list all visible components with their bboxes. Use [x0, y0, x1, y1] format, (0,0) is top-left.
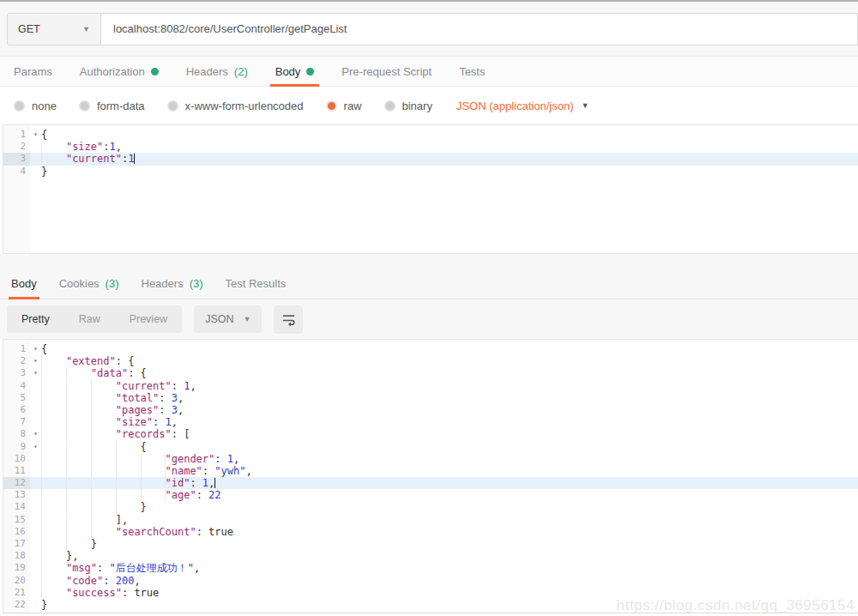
code-line[interactable]: 17 }	[3, 538, 858, 550]
code-text: }	[41, 599, 858, 611]
radio-selected-icon	[326, 100, 337, 112]
fold-slot	[30, 489, 41, 501]
http-method-dropdown[interactable]: GET ▼	[7, 13, 101, 45]
view-pretty[interactable]: Pretty	[7, 305, 64, 333]
fold-arrow-icon[interactable]: ▾	[30, 441, 41, 453]
response-body-editor[interactable]: 1▾{2▾ "extend": {3▾ "data": {4 "current"…	[3, 339, 858, 613]
fold-slot	[30, 477, 41, 489]
line-number: 11	[3, 465, 30, 477]
tab-pre-request-script[interactable]: Pre-request Script	[328, 57, 445, 86]
line-number: 5	[3, 392, 30, 404]
tab-body[interactable]: Body	[262, 57, 329, 86]
fold-slot	[30, 166, 41, 178]
code-line[interactable]: 3 "current":1	[3, 153, 858, 165]
tab-label: Cookies	[59, 277, 100, 290]
code-line[interactable]: 2 "size":1,	[3, 141, 858, 153]
line-number: 9	[3, 441, 30, 453]
code-text: {	[41, 441, 858, 453]
code-text: "data": {	[41, 367, 858, 379]
code-line[interactable]: 15 ],	[3, 514, 858, 526]
line-number: 3	[3, 367, 30, 379]
fold-slot	[30, 538, 41, 550]
code-line[interactable]: 11 "name": "ywh",	[3, 465, 858, 477]
fold-slot	[30, 141, 41, 153]
code-line[interactable]: 21 "success": true	[3, 587, 858, 599]
fold-arrow-icon[interactable]: ▾	[30, 367, 41, 379]
request-body-editor[interactable]: 1▾{2 "size":1,3 "current":14}	[3, 124, 858, 254]
tab-label: Headers	[186, 65, 228, 78]
code-line[interactable]: 14 }	[3, 501, 858, 513]
view-raw[interactable]: Raw	[64, 305, 115, 333]
code-line[interactable]: 13 "age": 22	[3, 489, 858, 501]
url-input[interactable]	[101, 13, 858, 45]
code-text: ],	[41, 514, 858, 526]
code-line[interactable]: 10 "gender": 1,	[3, 453, 858, 465]
green-dot-icon	[306, 68, 314, 75]
code-text: "searchCount": true	[41, 526, 858, 538]
code-line[interactable]: 9▾ {	[3, 441, 858, 453]
response-format-dropdown[interactable]: JSON ▼	[194, 305, 262, 333]
raw-format-dropdown[interactable]: JSON (application/json) ▼	[456, 100, 589, 112]
tab-label: Params	[14, 65, 52, 78]
code-text: "success": true	[41, 587, 858, 599]
code-line[interactable]: 1▾{	[3, 129, 858, 141]
tab-tests[interactable]: Tests	[445, 57, 498, 86]
view-preview[interactable]: Preview	[115, 305, 182, 333]
code-line[interactable]: 7 "size": 1,	[3, 416, 858, 428]
fold-arrow-icon[interactable]: ▾	[30, 355, 41, 367]
code-line[interactable]: 3▾ "data": {	[3, 367, 858, 379]
body-type-options: noneform-datax-www-form-urlencodedrawbin…	[14, 100, 432, 112]
code-text: }	[41, 166, 858, 178]
body-type-option-none[interactable]: none	[14, 100, 57, 112]
radio-icon	[384, 100, 396, 112]
response-tab-headers[interactable]: Headers(3)	[130, 269, 214, 299]
fold-arrow-icon[interactable]: ▾	[30, 428, 41, 440]
response-tab-cookies[interactable]: Cookies(3)	[48, 269, 130, 299]
line-number: 16	[3, 526, 30, 538]
code-text: "records": [	[41, 428, 858, 440]
body-type-option-x-www-form-urlencoded[interactable]: x-www-form-urlencoded	[167, 100, 304, 112]
response-section-gap	[0, 254, 858, 269]
body-type-row: noneform-datax-www-form-urlencodedrawbin…	[0, 87, 858, 124]
code-line[interactable]: 4}	[3, 166, 858, 178]
fold-arrow-icon[interactable]: ▾	[30, 343, 41, 355]
fold-slot	[30, 550, 41, 562]
code-line[interactable]: 2▾ "extend": {	[3, 355, 858, 367]
line-number: 13	[3, 489, 30, 501]
body-type-option-binary[interactable]: binary	[384, 100, 432, 112]
code-line[interactable]: 4 "current": 1,	[3, 380, 858, 392]
code-line[interactable]: 16 "searchCount": true	[3, 526, 858, 538]
response-tab-body[interactable]: Body	[0, 269, 48, 299]
code-line[interactable]: 12 "id": 1,	[3, 477, 858, 489]
response-tab-test-results[interactable]: Test Results	[214, 269, 298, 299]
code-line[interactable]: 18 },	[3, 550, 858, 562]
code-line[interactable]: 19 "msg": "后台处理成功！",	[3, 562, 858, 574]
radio-icon	[79, 100, 90, 112]
code-line[interactable]: 5 "total": 3,	[3, 392, 858, 404]
code-text: "pages": 3,	[41, 404, 858, 416]
response-format-label: JSON	[205, 313, 233, 325]
line-number: 22	[3, 599, 30, 611]
line-number: 10	[3, 453, 30, 465]
fold-slot	[30, 575, 41, 587]
body-type-option-raw[interactable]: raw	[326, 100, 362, 112]
line-number: 4	[3, 166, 30, 178]
tab-headers[interactable]: Headers(2)	[172, 57, 262, 86]
code-text: {	[41, 343, 858, 355]
wrap-text-button[interactable]	[274, 305, 303, 334]
code-line[interactable]: 6 "pages": 3,	[3, 404, 858, 416]
tab-params[interactable]: Params	[0, 57, 66, 86]
code-text: "current":1	[41, 153, 858, 165]
code-line[interactable]: 20 "code": 200,	[3, 575, 858, 587]
code-line[interactable]: 8▾ "records": [	[3, 428, 858, 440]
fold-arrow-icon[interactable]: ▾	[30, 129, 41, 141]
fold-slot	[30, 514, 41, 526]
body-type-option-form-data[interactable]: form-data	[79, 100, 145, 112]
fold-slot	[30, 562, 41, 574]
tab-count: (2)	[234, 65, 248, 78]
tab-authorization[interactable]: Authorization	[66, 57, 172, 86]
code-line[interactable]: 1▾{	[3, 343, 858, 355]
radio-label: form-data	[97, 100, 145, 112]
tab-label: Headers	[142, 277, 184, 290]
code-line[interactable]: 22}	[3, 599, 858, 611]
